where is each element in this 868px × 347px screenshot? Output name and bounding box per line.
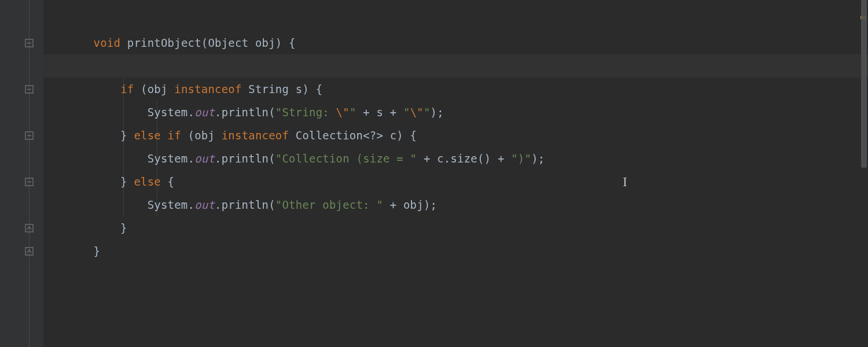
token-str: " <box>424 107 431 118</box>
token-plain: + c.size() + <box>417 153 511 164</box>
token-esc: \" <box>336 107 350 118</box>
token-static-it: out <box>194 107 215 118</box>
fold-collapse-icon[interactable] <box>24 131 34 141</box>
token-kw: instanceof <box>222 130 289 141</box>
token-plain: } <box>67 176 134 187</box>
gutter <box>0 0 43 347</box>
fold-collapse-icon[interactable] <box>24 177 34 187</box>
text-cursor-ibeam: I <box>623 175 627 189</box>
token-plain: System. <box>67 200 194 211</box>
token-plain: .println( <box>215 153 275 164</box>
token-str: ")" <box>511 153 531 164</box>
token-str: "Collection (size = " <box>275 153 417 164</box>
fold-end-icon[interactable] <box>24 246 34 256</box>
token-plain: } <box>67 223 127 234</box>
code-line[interactable]: void printObject(Object obj) { <box>67 31 868 54</box>
token-plain: ); <box>531 153 545 164</box>
token-static-it: out <box>194 200 215 211</box>
code-line[interactable] <box>67 8 868 31</box>
token-plain: + s + <box>356 107 403 118</box>
code-editor: void printObject(Object obj) { if (obj i… <box>0 0 868 347</box>
code-line[interactable]: if (obj instanceof String s) { <box>67 77 868 101</box>
token-plain: .println( <box>215 107 275 118</box>
code-line[interactable]: System.out.println("Other object: " + ob… <box>67 193 868 216</box>
token-plain: + obj); <box>383 200 437 211</box>
token-kw: instanceof <box>174 84 241 95</box>
fold-guide-line <box>29 0 30 347</box>
token-plain: ); <box>431 107 444 118</box>
code-line[interactable]: System.out.println("String: \"" + s + "\… <box>67 101 868 124</box>
fold-end-icon[interactable] <box>24 223 34 233</box>
token-str: "String: <box>275 107 336 118</box>
code-line[interactable]: } else if (obj instanceof Collection<?> … <box>67 124 868 147</box>
fold-collapse-icon[interactable] <box>24 38 34 48</box>
token-plain: (obj <box>134 84 174 95</box>
token-str: " <box>350 107 356 118</box>
token-plain: System. <box>67 107 194 118</box>
scrollbar-thumb[interactable] <box>861 0 867 168</box>
token-str: " <box>403 107 410 118</box>
token-plain: (obj <box>181 130 222 141</box>
code-line[interactable]: } else { <box>67 170 868 193</box>
token-str: "Other object: " <box>275 200 383 211</box>
token-esc: \" <box>410 107 424 118</box>
token-plain: } <box>67 246 100 257</box>
code-line[interactable]: } <box>67 239 868 263</box>
token-kw: if <box>120 84 134 95</box>
token-plain <box>67 84 120 95</box>
token-plain: { <box>161 176 174 187</box>
token-plain: printObject(Object obj) { <box>120 38 296 49</box>
code-line[interactable] <box>67 54 868 77</box>
scrollbar-track[interactable] <box>860 0 868 347</box>
token-plain <box>67 38 94 49</box>
token-plain: .println( <box>215 200 275 211</box>
fold-collapse-icon[interactable] <box>24 84 34 94</box>
token-plain: } <box>67 130 134 141</box>
token-plain: Collection<?> c) { <box>289 130 417 141</box>
token-plain: String s) { <box>242 84 323 95</box>
code-area[interactable]: void printObject(Object obj) { if (obj i… <box>43 0 868 347</box>
token-kw: void <box>94 38 121 49</box>
token-kw: else <box>134 176 161 187</box>
token-kw: else if <box>134 130 181 141</box>
token-static-it: out <box>194 153 215 164</box>
code-line[interactable]: System.out.println("Collection (size = "… <box>67 147 868 170</box>
code-line[interactable]: } <box>67 216 868 239</box>
token-plain: System. <box>67 153 194 164</box>
